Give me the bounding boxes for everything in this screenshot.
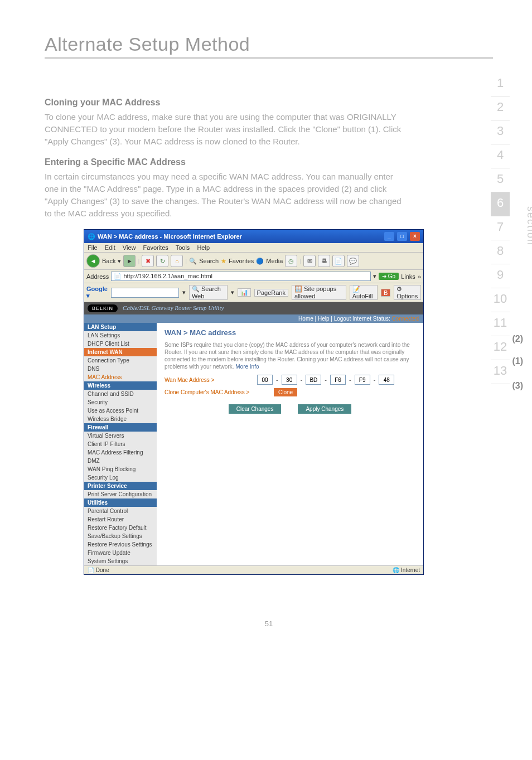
nav-firmware[interactable]: Firmware Update — [84, 549, 157, 557]
nav-dns[interactable]: DNS — [84, 365, 157, 373]
sec-3[interactable]: 3 — [491, 120, 510, 144]
blogger-icon[interactable]: B — [381, 289, 390, 297]
go-button[interactable]: ➜ Go — [379, 273, 399, 280]
nav-utilities[interactable]: Utilities — [84, 498, 157, 507]
media-icon[interactable]: 🔵 — [256, 258, 264, 265]
links-label[interactable]: Links — [401, 273, 415, 280]
search-web-button[interactable]: 🔍 Search Web — [189, 285, 228, 300]
print-button[interactable]: 🖶 — [318, 255, 330, 267]
sec-8[interactable]: 8 — [491, 240, 510, 264]
google-search-input[interactable] — [111, 288, 179, 298]
sec-2[interactable]: 2 — [491, 96, 510, 120]
ie-window: 🌐 WAN > MAC address - Microsoft Internet… — [84, 229, 424, 575]
stop-button[interactable]: ✖ — [142, 255, 154, 267]
nav-firewall[interactable]: Firewall — [84, 423, 157, 432]
sec-5[interactable]: 5 — [491, 168, 510, 192]
clone-button[interactable]: Clone — [274, 388, 297, 396]
autofill-button[interactable]: 📝 AutoFill — [350, 285, 378, 300]
sec-9[interactable]: 9 — [491, 264, 510, 288]
mac-input-1[interactable] — [257, 375, 273, 385]
nav-dhcp-client-list[interactable]: DHCP Client List — [84, 340, 157, 348]
nav-save-backup[interactable]: Save/Backup Settings — [84, 532, 157, 540]
nav-restore-default[interactable]: Restore Factory Default — [84, 524, 157, 532]
search-icon[interactable]: 🔍 — [189, 258, 197, 265]
discuss-button[interactable]: 💬 — [347, 255, 359, 267]
search-label[interactable]: Search — [199, 258, 219, 264]
nav-use-as-ap[interactable]: Use as Access Point — [84, 406, 157, 415]
belkin-strip-links[interactable]: Home | Help | Logout Internet Status: — [298, 316, 390, 322]
menu-favorites[interactable]: Favorites — [143, 244, 168, 251]
sec-13[interactable]: 13 — [491, 360, 510, 384]
history-button[interactable]: ◷ — [285, 255, 297, 267]
favorites-icon[interactable]: ★ — [221, 258, 226, 265]
sec-12[interactable]: 12 — [491, 336, 510, 360]
nav-parental[interactable]: Parental Control — [84, 507, 157, 515]
back-label: Back — [102, 258, 115, 264]
pagerank-button[interactable]: 📊 — [238, 288, 251, 297]
nav-mac-filtering[interactable]: MAC Address Filtering — [84, 448, 157, 457]
nav-lan-setup[interactable]: LAN Setup — [84, 323, 157, 331]
refresh-button[interactable]: ↻ — [156, 255, 168, 267]
popups-button[interactable]: 🪟 Site popups allowed — [292, 285, 346, 300]
home-button[interactable]: ⌂ — [171, 255, 183, 267]
nav-internet-wan[interactable]: Internet WAN — [84, 348, 157, 356]
maximize-button[interactable]: □ — [397, 232, 407, 241]
mac-input-4[interactable] — [330, 375, 346, 385]
sec-11[interactable]: 11 — [491, 312, 510, 336]
google-logo[interactable]: Google ▾ — [86, 285, 108, 299]
links-chevron-icon[interactable]: » — [418, 273, 421, 280]
favorites-label[interactable]: Favorites — [229, 258, 254, 264]
nav-security[interactable]: Security — [84, 398, 157, 406]
pagerank-label[interactable]: PageRank — [254, 289, 288, 297]
sec-10[interactable]: 10 — [491, 288, 510, 312]
google-toolbar: Google ▾ ▾ 🔍 Search Web ▾ 📊 PageRank 🪟 S… — [84, 283, 423, 302]
nav-client-ip-filters[interactable]: Client IP Filters — [84, 440, 157, 448]
nav-printer-service[interactable]: Printer Service — [84, 482, 157, 490]
mac-input-6[interactable] — [379, 375, 394, 385]
back-dropdown-icon[interactable]: ▾ — [118, 258, 121, 265]
address-input[interactable]: 📄 http://192.168.2.1/wan_mac.html — [111, 272, 371, 281]
nav-mac-address[interactable]: MAC Address — [84, 373, 157, 381]
sec-7[interactable]: 7 — [491, 216, 510, 240]
belkin-topnav: Home | Help | Logout Internet Status: Co… — [84, 314, 423, 323]
sec-6[interactable]: 6 — [491, 192, 510, 216]
nav-lan-settings[interactable]: LAN Settings — [84, 331, 157, 340]
sec-1[interactable]: 1 — [491, 72, 510, 96]
minimize-button[interactable]: _ — [384, 232, 394, 241]
belkin-page: BELKIN Cable/DSL Gateway Router Setup Ut… — [84, 302, 423, 565]
menu-file[interactable]: File — [88, 244, 98, 251]
mac-input-2[interactable] — [282, 375, 297, 385]
google-dropdown-icon[interactable]: ▾ — [182, 289, 186, 296]
separator-icon: | — [185, 258, 187, 264]
address-dropdown-icon[interactable]: ▾ — [373, 273, 376, 280]
close-button[interactable]: × — [410, 232, 420, 241]
mail-button[interactable]: ✉ — [303, 255, 316, 267]
nav-virtual-servers[interactable]: Virtual Servers — [84, 432, 157, 440]
apply-changes-button[interactable]: Apply Changes — [298, 404, 351, 414]
nav-restart[interactable]: Restart Router — [84, 515, 157, 524]
menu-tools[interactable]: Tools — [176, 244, 190, 251]
nav-channel-ssid[interactable]: Channel and SSID — [84, 390, 157, 398]
menu-edit[interactable]: Edit — [105, 244, 115, 251]
nav-print-server[interactable]: Print Server Configuration — [84, 490, 157, 498]
media-label[interactable]: Media — [266, 258, 283, 264]
forward-button[interactable]: ► — [123, 255, 136, 267]
nav-dmz[interactable]: DMZ — [84, 457, 157, 465]
nav-connection-type[interactable]: Connection Type — [84, 356, 157, 365]
menu-view[interactable]: View — [123, 244, 136, 251]
nav-wan-ping[interactable]: WAN Ping Blocking — [84, 465, 157, 473]
nav-wireless-bridge[interactable]: Wireless Bridge — [84, 415, 157, 423]
menu-help[interactable]: Help — [197, 244, 210, 251]
nav-wireless[interactable]: Wireless — [84, 381, 157, 390]
nav-security-log[interactable]: Security Log — [84, 473, 157, 482]
back-button[interactable]: ◄ — [86, 254, 100, 268]
edit-button[interactable]: 📄 — [332, 255, 345, 267]
options-button[interactable]: ⚙ Options — [394, 285, 421, 300]
more-info-link[interactable]: More Info — [235, 364, 259, 370]
nav-system-settings[interactable]: System Settings — [84, 557, 157, 565]
sec-4[interactable]: 4 — [491, 144, 510, 168]
mac-input-5[interactable] — [355, 375, 370, 385]
mac-input-3[interactable] — [306, 375, 321, 385]
clear-changes-button[interactable]: Clear Changes — [229, 404, 282, 414]
nav-restore-prev[interactable]: Restore Previous Settings — [84, 540, 157, 549]
